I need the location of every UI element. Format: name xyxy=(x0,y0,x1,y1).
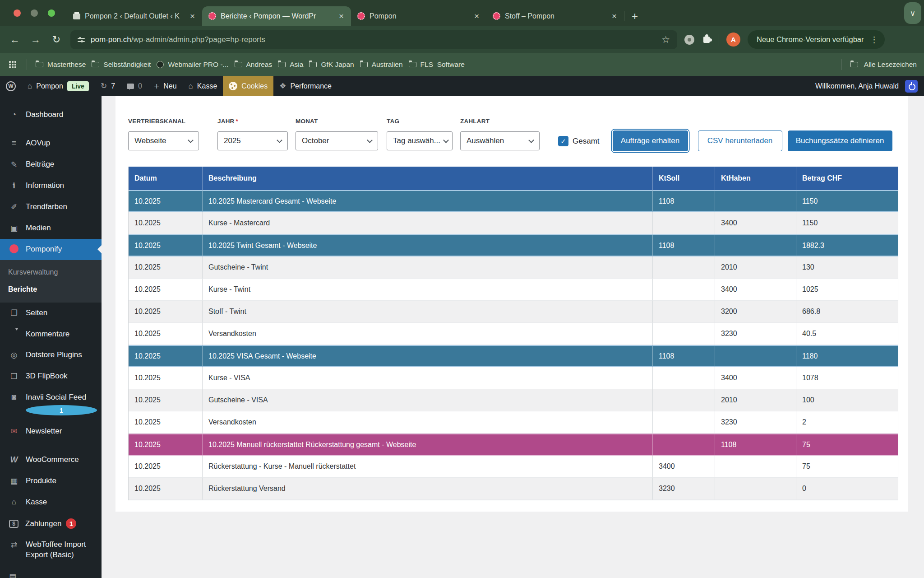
filter-select-jahr[interactable]: 2025 xyxy=(217,131,288,150)
zoom-window-button[interactable] xyxy=(48,9,55,17)
close-icon[interactable]: × xyxy=(473,11,480,21)
sidebar-separator xyxy=(0,442,102,449)
bookmark-item[interactable]: Asia xyxy=(278,61,303,69)
csv-herunterladen-button[interactable]: CSV herunterladen xyxy=(698,131,782,151)
tab-search-chevron-button[interactable]: ∨ xyxy=(904,2,921,24)
gesamt-checkbox[interactable]: ✓Gesamt xyxy=(558,136,600,146)
bookmark-item[interactable]: GfK Japan xyxy=(309,61,354,69)
minimize-window-button[interactable] xyxy=(31,9,38,17)
sidebar-item-medien[interactable]: ▣Medien xyxy=(0,218,102,239)
cookies-menu[interactable]: Cookies xyxy=(223,76,273,96)
submenu-item-kursverwaltung[interactable]: Kursverwaltung xyxy=(0,264,102,281)
chrome-update-button[interactable]: Neue Chrome-Version verfügbar ⋮ xyxy=(748,30,885,49)
close-icon[interactable]: × xyxy=(611,11,618,21)
close-window-button[interactable] xyxy=(14,9,21,17)
woocommerce-icon: W xyxy=(9,455,19,465)
profile-avatar[interactable]: A xyxy=(726,33,740,47)
browser-menu-icon[interactable]: ⋮ xyxy=(870,35,878,45)
folder-icon xyxy=(92,62,99,67)
back-button[interactable]: ← xyxy=(8,34,22,46)
traffic-lights xyxy=(0,0,67,26)
reload-button[interactable]: ↻ xyxy=(50,34,63,46)
table-cell: 75 xyxy=(796,434,898,456)
select-value: Auswählen xyxy=(467,136,504,145)
sidebar-item-dotstore-plugins[interactable]: ◎Dotstore Plugins xyxy=(0,345,102,366)
screenshot-camera-icon[interactable] xyxy=(684,35,694,45)
sidebar-item-trendfarben[interactable]: ✐Trendfarben xyxy=(0,196,102,218)
sidebar-separator xyxy=(0,126,102,133)
sidebar-item-seiten[interactable]: ❐Seiten xyxy=(0,303,102,324)
table-cell: 10.2025 Mastercard Gesamt - Webseite xyxy=(203,190,653,212)
comments-menu[interactable]: 0 xyxy=(121,76,148,96)
kasse-menu[interactable]: ⌂ Kasse xyxy=(183,76,223,96)
sidebar-item-pomponify[interactable]: Pomponify xyxy=(0,239,102,260)
filter-select-tag[interactable]: Tag auswäh... xyxy=(387,131,453,150)
sidebar-item-beitr-ge[interactable]: ✎Beiträge xyxy=(0,154,102,175)
cookie-icon xyxy=(229,82,237,90)
filter-select-vertriebskanal[interactable]: Webseite xyxy=(128,131,199,150)
sidebar-item-3d-flipbook[interactable]: ❒3D FlipBook xyxy=(0,366,102,387)
store-icon: ⌂ xyxy=(189,82,193,91)
submenu-item-berichte[interactable]: Berichte xyxy=(0,281,102,298)
sidebar-item-newsletter[interactable]: ✉Newsletter xyxy=(0,421,102,442)
pompon-icon xyxy=(208,12,216,20)
dashboard-icon: ◔ xyxy=(9,110,19,119)
logout-power-icon[interactable] xyxy=(905,80,918,93)
filter-select-zahlart[interactable]: Auswählen xyxy=(460,131,540,150)
sidebar-item-dashboard[interactable]: ◔Dashboard xyxy=(0,104,102,126)
column-header: Beschreibung xyxy=(203,167,653,190)
filter-group-jahr: JAHR*2025 xyxy=(217,118,288,150)
table-cell: 10.2025 xyxy=(129,345,203,367)
bookmark-item[interactable]: Andreas xyxy=(235,61,273,69)
address-bar[interactable]: pom-pon.ch/wp-admin/admin.php?page=hp-re… xyxy=(70,30,677,49)
sidebar-item-information[interactable]: ℹInformation xyxy=(0,175,102,196)
wp-logo-menu[interactable]: W xyxy=(0,76,22,96)
close-icon[interactable]: × xyxy=(338,11,345,21)
bookmark-star-icon[interactable]: ☆ xyxy=(661,34,670,45)
browser-tab[interactable]: Berichte ‹ Pompon — WordPr× xyxy=(202,6,351,26)
sidebar-item-kasse[interactable]: ⌂Kasse xyxy=(0,492,102,513)
checkbox-checked-icon[interactable]: ✓ xyxy=(558,136,568,146)
buchungss-tze-definieren-button[interactable]: Buchungssätze definieren xyxy=(788,131,892,151)
updates-menu[interactable]: ↻ 7 xyxy=(95,76,121,96)
table-cell: 1150 xyxy=(796,190,898,212)
apps-grid-icon[interactable] xyxy=(9,61,16,68)
bookmark-item[interactable]: Australien xyxy=(360,61,403,69)
auftr-ge-erhalten-button[interactable]: Aufträge erhalten xyxy=(613,131,688,151)
table-cell: 100 xyxy=(796,389,898,411)
bookmark-item[interactable]: Selbständigkeit xyxy=(92,61,151,69)
sidebar-item-produkte[interactable]: ▦Produkte xyxy=(0,471,102,492)
sidebar-item-webtoffee-import-export-basic-[interactable]: ⇄WebToffee Import Export (Basic) xyxy=(0,534,102,566)
forward-button[interactable]: → xyxy=(29,34,42,46)
sidebar-item-woocommerce[interactable]: WWooCommerce xyxy=(0,449,102,471)
sidebar-item-zahlungen[interactable]: $Zahlungen1 xyxy=(0,513,102,534)
instagram-icon: ◙ xyxy=(9,393,19,402)
pompon-icon xyxy=(493,12,500,20)
table-cell xyxy=(653,367,715,389)
notification-badge: 1 xyxy=(26,405,97,415)
new-content-menu[interactable]: + Neu xyxy=(148,76,183,96)
browser-tab[interactable]: Stoff – Pompon× xyxy=(486,6,624,26)
performance-menu[interactable]: ❖ Performance xyxy=(273,76,337,96)
table-cell: Rückerstattung - Kurse - Manuell rückers… xyxy=(203,456,653,478)
sidebar-item-inavii-social-feed[interactable]: ◙Inavii Social Feed1 xyxy=(0,387,102,421)
bookmark-item[interactable]: Webmailer PRO -... xyxy=(157,61,228,69)
table-row: 10.202510.2025 Twint Gesamt - Webseite11… xyxy=(129,234,898,256)
bookmark-item[interactable]: FLS_Software xyxy=(409,61,465,69)
account-menu[interactable]: Willkommen, Anja Huwald xyxy=(815,82,899,90)
sidebar-item-aovup[interactable]: ≡AOVup xyxy=(0,133,102,154)
table-cell: 40.5 xyxy=(796,323,898,345)
close-icon[interactable]: × xyxy=(189,11,196,21)
site-settings-icon[interactable] xyxy=(78,37,85,42)
table-row: 10.2025Kurse - VISA34001078 xyxy=(129,367,898,389)
all-bookmarks-button[interactable]: Alle Lesezeichen xyxy=(864,61,917,69)
new-tab-button[interactable]: + xyxy=(624,6,645,26)
browser-tab[interactable]: Pompon 2 ‹ Default Outlet ‹ K× xyxy=(67,6,202,26)
filter-select-monat[interactable]: October xyxy=(296,131,378,150)
extensions-puzzle-icon[interactable] xyxy=(703,37,710,43)
table-row: 10.2025Stoff - Twint3200686.8 xyxy=(129,301,898,323)
site-name-menu[interactable]: ⌂ Pompon Live xyxy=(22,76,95,96)
bookmark-item[interactable]: Masterthese xyxy=(36,61,86,69)
sidebar-item-kommentare[interactable]: Kommentare xyxy=(0,324,102,345)
browser-tab[interactable]: Pompon× xyxy=(351,6,486,26)
